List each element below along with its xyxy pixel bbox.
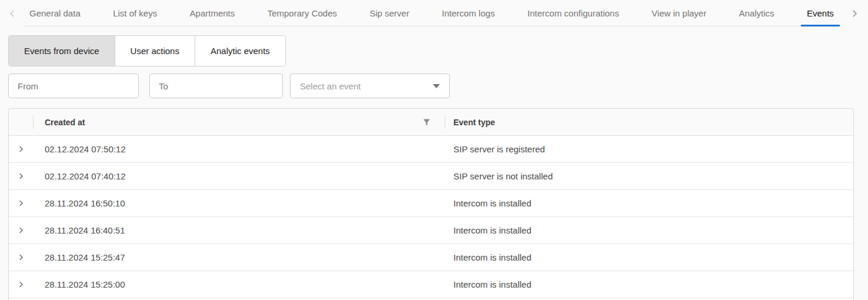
nav-tab-label: Events bbox=[807, 8, 834, 18]
event-type-cell: Intercom is installed bbox=[445, 217, 853, 244]
created-at-value: 02.12.2024 07:40:12 bbox=[45, 171, 126, 181]
event-type-cell: Intercom is installed bbox=[445, 244, 853, 271]
expand-cell bbox=[9, 271, 33, 298]
event-source-tab-label: User actions bbox=[131, 46, 179, 56]
event-source-tab-label: Events from device bbox=[24, 46, 99, 56]
table-row[interactable]: 28.11.2024 16:40:51 Intercom is installe… bbox=[9, 217, 853, 244]
event-type-cell: SIP server is not installed bbox=[445, 163, 853, 189]
date-from-input[interactable] bbox=[8, 74, 139, 98]
created-at-value: 02.12.2024 07:50:12 bbox=[45, 144, 126, 154]
event-source-tab-label: Analytic events bbox=[211, 46, 270, 56]
dropdown-arrow-icon bbox=[433, 84, 440, 88]
created-at-value: 28.11.2024 16:40:51 bbox=[45, 225, 125, 235]
nav-tab[interactable]: Events bbox=[801, 0, 840, 26]
created-at-cell: 28.11.2024 15:25:47 bbox=[33, 244, 445, 271]
event-type-value: SIP server is registered bbox=[453, 144, 545, 154]
nav-tab-label: View in player bbox=[652, 8, 706, 18]
chevron-right-icon bbox=[16, 172, 25, 181]
event-type-value: Intercom is installed bbox=[453, 279, 532, 289]
row-expand-button[interactable] bbox=[9, 190, 33, 216]
tabs-scroll-right-button[interactable] bbox=[849, 0, 860, 26]
row-expand-button[interactable] bbox=[9, 136, 33, 162]
nav-tab[interactable]: General data bbox=[24, 0, 86, 26]
event-type-cell: SIP server is registered bbox=[445, 136, 853, 162]
event-type-column-header: Event type bbox=[445, 109, 853, 135]
nav-tab-label: List of keys bbox=[113, 8, 157, 18]
expand-column-header bbox=[9, 109, 33, 135]
event-type-cell: Intercom is installed bbox=[445, 190, 853, 216]
table-row[interactable]: 28.11.2024 16:50:10 Intercom is installe… bbox=[9, 190, 853, 217]
expand-cell bbox=[9, 136, 33, 162]
date-to-input[interactable] bbox=[149, 74, 283, 98]
filters-bar: Select an event bbox=[8, 74, 868, 98]
created-at-cell: 02.12.2024 07:40:12 bbox=[33, 163, 445, 189]
nav-tab[interactable]: Apartments bbox=[184, 0, 241, 26]
created-at-cell: 02.12.2024 07:50:12 bbox=[33, 136, 445, 162]
nav-tab-label: Temporary Codes bbox=[268, 8, 337, 18]
event-source-tab[interactable]: Events from device bbox=[9, 36, 115, 66]
chevron-right-icon bbox=[849, 8, 860, 19]
chevron-right-icon bbox=[16, 253, 25, 262]
filter-funnel-icon[interactable] bbox=[422, 118, 431, 126]
table-row[interactable]: 02.12.2024 07:50:12 SIP server is regist… bbox=[9, 136, 853, 163]
nav-tab-label: Analytics bbox=[739, 8, 774, 18]
event-type-select-placeholder: Select an event bbox=[300, 81, 360, 91]
created-at-value: 28.11.2024 15:25:47 bbox=[45, 252, 125, 262]
row-expand-button[interactable] bbox=[9, 163, 33, 189]
event-type-value: SIP server is not installed bbox=[453, 171, 553, 181]
table-row[interactable]: 28.11.2024 15:25:47 Intercom is installe… bbox=[9, 244, 853, 271]
table-row[interactable]: 02.12.2024 07:40:12 SIP server is not in… bbox=[9, 163, 853, 190]
created-at-value: 28.11.2024 16:50:10 bbox=[45, 198, 125, 208]
created-at-value: 28.11.2024 15:25:00 bbox=[45, 279, 125, 289]
chevron-right-icon bbox=[16, 145, 25, 154]
event-type-value: Intercom is installed bbox=[453, 252, 532, 262]
table-header-row: Created at Event type bbox=[9, 109, 853, 136]
nav-tab[interactable]: Sip server bbox=[363, 0, 415, 26]
chevron-right-icon bbox=[16, 226, 25, 235]
expand-cell bbox=[9, 163, 33, 189]
event-type-cell: Intercom is installed bbox=[445, 271, 853, 298]
nav-tab-label: Sip server bbox=[369, 8, 409, 18]
nav-tab[interactable]: View in player bbox=[646, 0, 712, 26]
events-table: Created at Event type bbox=[8, 108, 854, 300]
event-type-value: Intercom is installed bbox=[453, 225, 532, 235]
table-row[interactable]: 28.11.2024 15:25:00 Intercom is installe… bbox=[9, 271, 853, 298]
nav-tab[interactable]: Intercom configurations bbox=[522, 0, 625, 26]
expand-cell bbox=[9, 244, 33, 271]
chevron-left-icon bbox=[7, 8, 18, 19]
tabs-scroll-left-button[interactable] bbox=[7, 0, 18, 26]
event-source-tab[interactable]: User actions bbox=[115, 36, 195, 66]
tab-list: General data List of keys Apartments Tem… bbox=[24, 0, 840, 26]
row-expand-button[interactable] bbox=[9, 244, 33, 271]
nav-tab[interactable]: Analytics bbox=[733, 0, 780, 26]
nav-tab-label: Intercom configurations bbox=[528, 8, 619, 18]
nav-tab[interactable]: List of keys bbox=[107, 0, 163, 26]
event-type-select[interactable]: Select an event bbox=[290, 74, 450, 98]
created-at-header-label: Created at bbox=[45, 118, 85, 127]
table-body: 02.12.2024 07:50:12 SIP server is regist… bbox=[9, 136, 853, 298]
nav-tab-label: Intercom logs bbox=[442, 8, 495, 18]
event-type-value: Intercom is installed bbox=[453, 198, 532, 208]
expand-cell bbox=[9, 190, 33, 216]
event-source-tab-group: Events from device User actions Analytic… bbox=[8, 35, 286, 66]
expand-cell bbox=[9, 217, 33, 244]
event-type-header-label: Event type bbox=[453, 118, 495, 127]
chevron-right-icon bbox=[16, 280, 25, 289]
chevron-right-icon bbox=[16, 199, 25, 208]
nav-tab-label: General data bbox=[29, 8, 81, 18]
nav-tab[interactable]: Temporary Codes bbox=[262, 0, 343, 26]
nav-tab[interactable]: Intercom logs bbox=[436, 0, 500, 26]
row-expand-button[interactable] bbox=[9, 271, 33, 298]
created-at-column-header: Created at bbox=[33, 109, 445, 135]
event-source-tab[interactable]: Analytic events bbox=[195, 36, 285, 66]
created-at-cell: 28.11.2024 16:50:10 bbox=[33, 190, 445, 216]
created-at-cell: 28.11.2024 16:40:51 bbox=[33, 217, 445, 244]
top-tab-bar: General data List of keys Apartments Tem… bbox=[0, 0, 868, 27]
created-at-cell: 28.11.2024 15:25:00 bbox=[33, 271, 445, 298]
nav-tab-label: Apartments bbox=[190, 8, 235, 18]
row-expand-button[interactable] bbox=[9, 217, 33, 244]
